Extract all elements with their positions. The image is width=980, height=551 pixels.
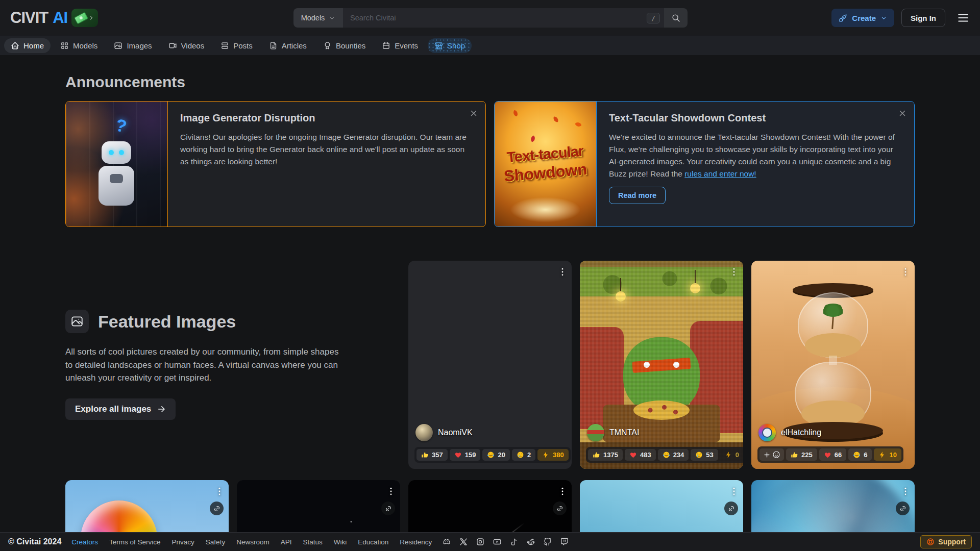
twitch-icon[interactable] (560, 537, 569, 546)
grid-icon (60, 41, 69, 50)
create-button[interactable]: Create (831, 9, 894, 27)
footer-link-safety[interactable]: Safety (206, 538, 225, 546)
reaction-bar: 225 66 6 10 (757, 446, 903, 463)
footer-link-education[interactable]: Education (358, 538, 388, 546)
laugh-reaction[interactable]: 234 (658, 449, 689, 461)
tab-images[interactable]: Images (107, 38, 158, 53)
featured-image-card: NaomiVK 357 159 20 2 380 (408, 261, 572, 469)
support-button[interactable]: Support (920, 535, 972, 548)
dots-menu-icon[interactable] (212, 484, 227, 500)
like-reaction[interactable]: 225 (786, 448, 817, 461)
civitai-logo[interactable]: CIVITAI (10, 9, 98, 27)
tab-shop[interactable]: Shop (428, 38, 472, 53)
link-icon[interactable] (381, 502, 395, 515)
link-icon[interactable] (210, 502, 224, 515)
link-icon[interactable] (724, 502, 738, 515)
close-icon[interactable] (898, 109, 907, 119)
buzz-reaction[interactable]: 0 (720, 449, 743, 461)
search-category-select[interactable]: Models (293, 8, 343, 28)
add-reaction-button[interactable] (760, 448, 784, 461)
chevron-right-icon (88, 15, 94, 21)
footer-link-residency[interactable]: Residency (400, 538, 432, 546)
featured-image-card: TMNTAI 1375 483 234 53 0 (580, 261, 743, 469)
life-ring-icon (926, 538, 935, 546)
announcement-body: We're excited to announce the Text-tacul… (609, 131, 902, 180)
cry-reaction[interactable]: 53 (691, 449, 718, 461)
video-icon (168, 41, 177, 50)
like-reaction[interactable]: 357 (416, 449, 448, 461)
footer-link-privacy[interactable]: Privacy (172, 538, 194, 546)
photo-icon (114, 41, 122, 50)
sign-in-button[interactable]: Sign In (901, 9, 945, 27)
search-bar: Models / (293, 8, 688, 28)
create-label: Create (852, 14, 876, 22)
username: NaomiVK (438, 428, 473, 437)
tab-articles[interactable]: Articles (262, 38, 313, 53)
discord-icon[interactable] (442, 537, 451, 546)
like-reaction[interactable]: 1375 (588, 449, 623, 461)
announcements-title: Announcements (65, 73, 915, 91)
laugh-reaction[interactable]: 6 (848, 448, 872, 461)
footer-link-api[interactable]: API (281, 538, 292, 546)
featured-intro: Featured Images All sorts of cool pictur… (65, 261, 400, 469)
buzz-reaction[interactable]: 10 (874, 448, 901, 461)
tiktok-icon[interactable] (509, 537, 519, 546)
footer-link-terms[interactable]: Terms of Service (109, 538, 161, 546)
rules-link[interactable]: rules and enter now! (684, 169, 756, 178)
file-text-icon (269, 41, 278, 50)
tab-events[interactable]: Events (375, 38, 425, 53)
dots-menu-icon[interactable] (384, 484, 398, 500)
search-field-wrap: / (343, 8, 664, 28)
explore-all-images-button[interactable]: Explore all images (65, 398, 176, 420)
user-link[interactable]: elHatchling (758, 424, 821, 441)
instagram-icon[interactable] (476, 537, 485, 546)
chevron-down-icon (329, 15, 335, 21)
link-icon[interactable] (896, 502, 910, 515)
buzz-cash-badge[interactable] (71, 9, 98, 27)
tab-home[interactable]: Home (4, 38, 51, 53)
read-more-button[interactable]: Read more (609, 187, 666, 204)
tab-models[interactable]: Models (54, 38, 104, 53)
social-links (442, 537, 569, 546)
dots-menu-icon[interactable] (555, 265, 570, 281)
username: TMNTAI (609, 428, 639, 437)
footer-link-status[interactable]: Status (303, 538, 322, 546)
heart-reaction[interactable]: 483 (625, 449, 656, 461)
footer-link-creators[interactable]: Creators (71, 538, 98, 546)
user-link[interactable]: NaomiVK (415, 424, 473, 441)
header-actions: Create Sign In (831, 9, 970, 27)
main-content: Announcements ? Image Generator Disrupti… (65, 73, 915, 551)
youtube-icon[interactable] (493, 537, 502, 546)
footer-link-wiki[interactable]: Wiki (334, 538, 347, 546)
link-icon[interactable] (553, 502, 567, 515)
search-input[interactable] (343, 14, 647, 22)
tab-posts[interactable]: Posts (214, 38, 259, 53)
x-icon[interactable] (459, 537, 468, 546)
tab-videos[interactable]: Videos (162, 38, 211, 53)
reddit-icon[interactable] (526, 537, 535, 546)
tab-bounties[interactable]: Bounties (316, 38, 372, 53)
logo-text: CIVIT (10, 9, 48, 27)
buzz-reaction[interactable]: 380 (537, 449, 569, 461)
user-link[interactable]: TMNTAI (587, 424, 639, 441)
dots-menu-icon[interactable] (898, 265, 913, 281)
heart-reaction[interactable]: 159 (450, 449, 481, 461)
footer-link-newsroom[interactable]: Newsroom (236, 538, 270, 546)
close-icon[interactable] (469, 109, 478, 119)
github-icon[interactable] (543, 537, 552, 546)
search-button[interactable] (664, 8, 688, 28)
menu-button[interactable] (957, 11, 970, 24)
laugh-reaction[interactable]: 20 (482, 449, 509, 461)
layout-list-icon (220, 41, 229, 50)
cry-reaction[interactable]: 2 (512, 449, 535, 461)
announcement-card-contest: Text-tacular Showdown Text-Tacular Showd… (494, 101, 915, 227)
heart-reaction[interactable]: 66 (819, 448, 846, 461)
dots-menu-icon[interactable] (555, 484, 570, 500)
dots-menu-icon[interactable] (727, 265, 741, 281)
dots-menu-icon[interactable] (898, 484, 913, 500)
brush-icon (839, 14, 847, 22)
copyright: © Civitai 2024 (8, 537, 61, 546)
featured-description: All sorts of cool pictures created by ou… (65, 345, 339, 385)
reaction-bar: 1375 483 234 53 0 (586, 447, 743, 463)
dots-menu-icon[interactable] (727, 484, 741, 500)
